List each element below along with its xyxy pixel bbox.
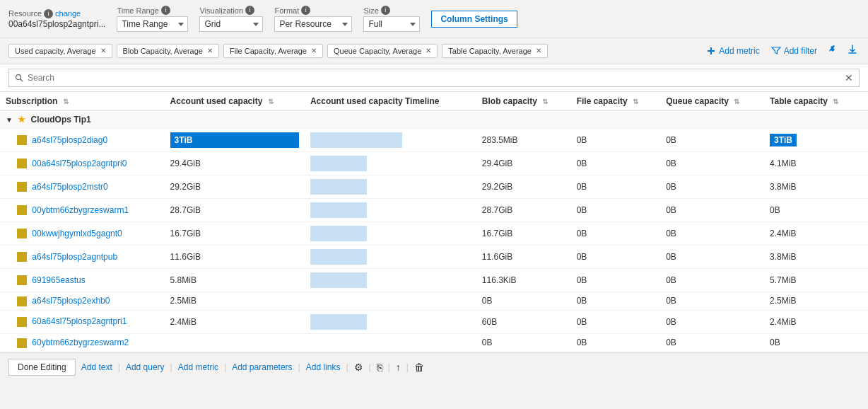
file-cell-3: 0B	[571, 199, 661, 222]
resource-link-0[interactable]: a64sl75plosp2diag0	[32, 135, 107, 145]
copy-bottom-icon[interactable]: ⎘	[377, 362, 382, 373]
visualization-group: Visualization i Grid Chart	[199, 6, 263, 32]
pin-icon-button[interactable]	[826, 42, 840, 59]
table-row: 00kwwjhgymlxd5gagnt0 16.7GiB 16.7GiB 0B …	[0, 222, 868, 246]
resource-info-icon[interactable]: i	[44, 9, 53, 18]
timeline-bar-8	[310, 314, 367, 330]
file-cell-4: 0B	[571, 222, 661, 246]
col-header-file: File capacity ⇅	[571, 92, 661, 111]
delete-bottom-icon[interactable]: 🗑	[414, 362, 424, 373]
resource-link-2[interactable]: a64sl75plosp2mstr0	[32, 182, 107, 192]
resource-link-9[interactable]: 60ybtm66zbygrzeswarm2	[32, 338, 129, 347]
filter-chip-remove-4[interactable]: ✕	[536, 47, 541, 54]
timeline-cell-9	[305, 333, 476, 352]
filter-chip-2: File Capacity, Average✕	[223, 44, 323, 58]
subscription-cell-0: a64sl75plosp2diag0	[0, 129, 165, 152]
resource-icon-1	[17, 159, 27, 168]
table-wrap: Subscription ⇅ Account used capacity ⇅ A…	[0, 92, 868, 352]
subscription-cell-6: 691965eastus	[0, 269, 165, 292]
move-up-bottom-icon[interactable]: ↑	[396, 362, 401, 373]
filter-chip-remove-0[interactable]: ✕	[100, 47, 106, 54]
time-range-info-icon[interactable]: i	[161, 6, 170, 15]
resource-link-8[interactable]: 60a64sl75plosp2agntpri1	[32, 316, 127, 326]
table-row: a64sl75plosp2mstr0 29.2GiB 29.2GiB 0B 0B…	[0, 175, 868, 199]
file-cell-2: 0B	[571, 175, 661, 199]
resource-link-3[interactable]: 00ybtm66zbygrzeswarm1	[32, 205, 129, 215]
search-input[interactable]	[28, 73, 840, 83]
blob-cell-7: 0B	[476, 292, 571, 311]
filter-chip-remove-1[interactable]: ✕	[207, 47, 213, 54]
resource-change-link[interactable]: change	[55, 9, 81, 18]
group-row: ▼ ★ CloudOps Tip1	[0, 111, 868, 129]
time-range-select[interactable]: Time Range Last hour Last 24 hours Last …	[117, 16, 188, 32]
filter-chip-label-2: File Capacity, Average	[230, 47, 307, 55]
col-header-subscription: Subscription ⇅	[0, 92, 165, 111]
sort-icon-queue[interactable]: ⇅	[734, 98, 739, 105]
timeline-cell-8	[305, 310, 476, 333]
timeline-cell-4	[305, 222, 476, 246]
search-clear-icon[interactable]: ✕	[845, 72, 853, 83]
format-select[interactable]: Per Resource Aggregate	[274, 16, 352, 32]
size-select[interactable]: Full Medium Small	[363, 16, 420, 32]
resource-link-7[interactable]: a64sl75plosp2exhb0	[32, 296, 110, 306]
sort-icon-file[interactable]: ⇅	[633, 98, 638, 105]
group-expand-icon[interactable]: ▼	[6, 116, 13, 124]
size-info-icon[interactable]: i	[381, 6, 390, 15]
timeline-cell-1	[305, 152, 476, 175]
resource-link-1[interactable]: 00a64sl75plosp2agntpri0	[32, 159, 127, 168]
bottom-bar: Done Editing Add text | Add query | Add …	[0, 352, 868, 381]
sort-icon-blob[interactable]: ⇅	[542, 98, 548, 105]
download-icon-button[interactable]	[845, 42, 860, 59]
table-cap-cell-0: 3TiB	[764, 129, 868, 152]
sort-icon-table[interactable]: ⇅	[833, 98, 838, 105]
resource-icon-2	[17, 182, 27, 192]
filter-chips: Used capacity, Average✕Blob Capacity, Av…	[8, 44, 698, 58]
resource-link-5[interactable]: a64sl75plosp2agntpub	[32, 252, 117, 262]
filter-chip-1: Blob Capacity, Average✕	[117, 44, 219, 58]
sort-icon-used[interactable]: ⇅	[268, 98, 274, 105]
table-row: 691965eastus 5.8MiB 116.3KiB 0B 0B 5.7Mi…	[0, 269, 868, 292]
used-capacity-cell-5: 11.6GiB	[165, 246, 305, 269]
table-cap-cell-6: 5.7MiB	[764, 269, 868, 292]
add-metric-button[interactable]: Add metric	[702, 44, 763, 58]
filter-chip-remove-3[interactable]: ✕	[426, 47, 431, 54]
group-row-cell: ▼ ★ CloudOps Tip1	[0, 111, 868, 129]
resource-link-6[interactable]: 691965eastus	[32, 275, 85, 285]
done-editing-button[interactable]: Done Editing	[8, 359, 76, 376]
sort-icon-subscription[interactable]: ⇅	[63, 98, 69, 105]
table-cap-bar-0: 3TiB	[770, 134, 797, 146]
add-parameters-link[interactable]: Add parameters	[232, 362, 292, 372]
timeline-bar-4	[310, 226, 367, 241]
file-cell-1: 0B	[571, 152, 661, 175]
format-info-icon[interactable]: i	[301, 6, 310, 15]
resource-link-4[interactable]: 00kwwjhgymlxd5gagnt0	[32, 229, 122, 238]
add-text-link[interactable]: Add text	[81, 362, 112, 372]
add-metric-bottom-link[interactable]: Add metric	[178, 362, 218, 372]
timeline-bar-2	[310, 179, 367, 195]
svg-rect-1	[708, 50, 715, 52]
used-capacity-cell-6: 5.8MiB	[165, 269, 305, 292]
top-bar: Resource i change 00a64sl75plosp2agntpri…	[0, 0, 868, 38]
column-settings-button[interactable]: Column Settings	[431, 11, 517, 28]
add-query-link[interactable]: Add query	[126, 362, 165, 372]
filter-bar-actions: Add metric Add filter	[702, 44, 821, 58]
table-row: 60ybtm66zbygrzeswarm2 0B 0B 0B 0B	[0, 333, 868, 352]
add-filter-button[interactable]: Add filter	[767, 44, 821, 58]
filter-chip-0: Used capacity, Average✕	[8, 44, 112, 58]
table-cap-cell-9: 0B	[764, 333, 868, 352]
timeline-cell-3	[305, 199, 476, 222]
queue-cell-0: 0B	[660, 129, 764, 152]
resource-icon-7	[17, 296, 27, 306]
timeline-cell-2	[305, 175, 476, 199]
filter-chip-remove-2[interactable]: ✕	[311, 47, 317, 54]
resource-icon-6	[17, 275, 27, 285]
file-cell-0: 0B	[571, 129, 661, 152]
settings-bottom-icon[interactable]: ⚙	[354, 362, 363, 373]
filter-chip-4: Table Capacity, Average✕	[442, 44, 548, 58]
filter-chip-label-3: Queue Capacity, Average	[334, 47, 421, 55]
add-links-link[interactable]: Add links	[306, 362, 341, 372]
visualization-select[interactable]: Grid Chart	[199, 16, 263, 32]
search-icon	[15, 74, 23, 82]
visualization-info-icon[interactable]: i	[245, 6, 254, 15]
timeline-cell-5	[305, 246, 476, 269]
